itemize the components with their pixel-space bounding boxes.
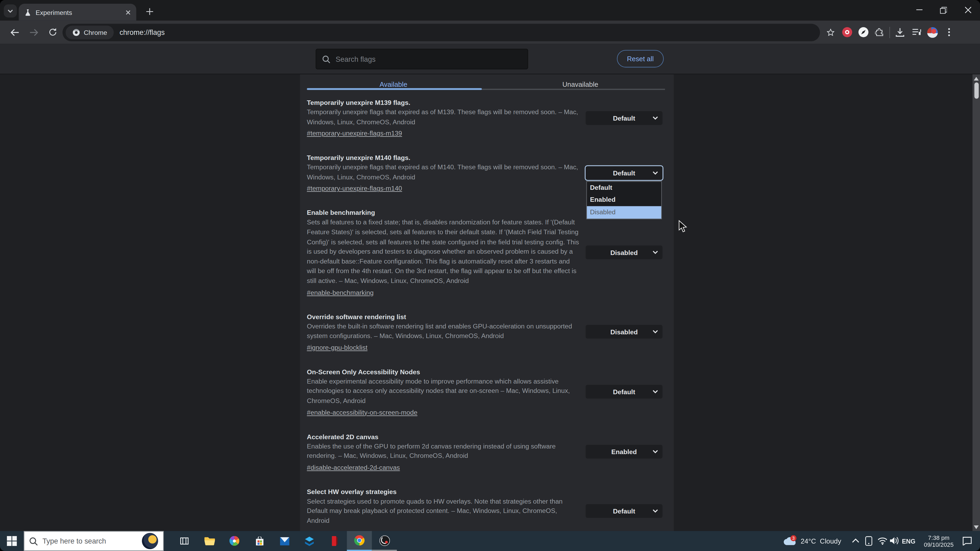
- tabs-divider: [482, 89, 665, 90]
- bookmark-star-button[interactable]: [822, 24, 839, 40]
- mail-app-icon[interactable]: [272, 531, 297, 551]
- dropdown-option-disabled[interactable]: Disabled: [587, 206, 661, 219]
- flag-permalink[interactable]: #disable-accelerated-2d-canvas: [307, 463, 400, 472]
- red-app-icon[interactable]: [322, 531, 347, 551]
- flag-row: Accelerated 2D canvas Enables the use of…: [307, 432, 669, 472]
- weather-icon[interactable]: 3: [783, 535, 799, 548]
- extensions-puzzle-icon[interactable]: [871, 24, 888, 40]
- flag-row: Override software rendering list Overrid…: [307, 312, 669, 352]
- search-flags-input[interactable]: Search flags: [316, 49, 528, 69]
- back-button[interactable]: [6, 24, 24, 41]
- tab-close-icon[interactable]: [126, 10, 131, 14]
- flag-permalink[interactable]: #temporary-unexpire-flags-m140: [307, 184, 402, 193]
- action-center-icon[interactable]: [963, 537, 972, 545]
- new-tab-button[interactable]: [143, 5, 156, 17]
- reset-all-button[interactable]: Reset all: [617, 50, 663, 68]
- select-wrap: Disabled: [585, 245, 663, 259]
- language-indicator[interactable]: ENG: [902, 531, 916, 551]
- flag-title: On-Screen Only Accessibility Nodes: [307, 367, 585, 376]
- flag-row: Select HW overlay strategies Select stra…: [307, 487, 669, 526]
- menu-kebab-icon[interactable]: [940, 24, 957, 40]
- desktop: Experiments Chrome chrome://flags: [0, 0, 980, 551]
- flag-description: Temporarily unexpire flags that expired …: [307, 163, 579, 182]
- site-chip[interactable]: Chrome: [65, 25, 114, 39]
- address-bar[interactable]: Chrome chrome://flags: [62, 24, 820, 41]
- flag-permalink[interactable]: #temporary-unexpire-flags-m139: [307, 129, 402, 138]
- chevron-down-icon: [652, 251, 658, 254]
- tray-expand-icon[interactable]: [852, 538, 859, 543]
- flag-text: On-Screen Only Accessibility Nodes Enabl…: [307, 367, 585, 417]
- defender-app-icon[interactable]: [297, 531, 322, 551]
- flag-permalink[interactable]: #ignore-gpu-blocklist: [307, 343, 367, 352]
- tab-search-button[interactable]: [4, 4, 17, 17]
- page-scrollbar[interactable]: [972, 74, 980, 531]
- microsoft-store-icon[interactable]: [247, 531, 272, 551]
- start-button[interactable]: [0, 531, 24, 551]
- dropdown-option-enabled[interactable]: Enabled: [587, 194, 661, 206]
- search-icon: [29, 537, 38, 545]
- chevron-down-icon: [652, 509, 658, 513]
- flag-value-select[interactable]: Default: [585, 111, 663, 125]
- flag-value-select[interactable]: Enabled: [585, 445, 663, 459]
- flag-value-select[interactable]: Default: [585, 166, 663, 180]
- select-value: Default: [613, 114, 635, 122]
- weather-text[interactable]: 24°C Cloudy: [800, 531, 841, 551]
- flag-description: Enable experimental accessibility mode t…: [307, 376, 579, 406]
- wifi-icon[interactable]: [877, 537, 888, 545]
- scrollbar-up-arrow[interactable]: [974, 77, 979, 81]
- chevron-down-icon: [652, 171, 658, 175]
- select-wrap: Default: [585, 385, 663, 399]
- scrollbar-down-arrow[interactable]: [974, 526, 979, 529]
- select-dropdown-menu: DefaultEnabledDisabled: [586, 181, 662, 219]
- downloads-button[interactable]: [892, 24, 908, 40]
- flag-control: Default DefaultEnabledDisabled: [585, 153, 669, 193]
- chrome-taskbar-icon[interactable]: [347, 531, 372, 551]
- select-value: Default: [613, 388, 635, 395]
- dropdown-option-default[interactable]: Default: [587, 181, 661, 194]
- browser-tab[interactable]: Experiments: [19, 4, 136, 21]
- flag-description: Overrides the built-in software renderin…: [307, 322, 579, 341]
- photos-app-icon[interactable]: [222, 531, 247, 551]
- close-window-button[interactable]: [956, 0, 980, 20]
- select-value: Disabled: [610, 328, 638, 335]
- flag-row: Enable benchmarking Sets all features to…: [307, 208, 669, 297]
- reload-button[interactable]: [44, 24, 61, 41]
- url-text: chrome://flags: [119, 29, 165, 36]
- flag-value-select[interactable]: Default: [585, 504, 663, 518]
- select-wrap: Enabled: [585, 445, 663, 459]
- window-controls: [907, 0, 980, 20]
- flag-description: Enables the use of the GPU to perform 2d…: [307, 441, 579, 461]
- select-wrap: Default: [585, 111, 663, 125]
- flag-row: Temporarily unexpire M140 flags. Tempora…: [307, 153, 669, 193]
- clock[interactable]: 7:38 pm09/10/2025: [920, 531, 958, 551]
- profile-avatar[interactable]: [924, 24, 940, 40]
- flag-text: Select HW overlay strategies Select stra…: [307, 487, 585, 526]
- task-view-button[interactable]: [172, 531, 197, 551]
- restore-button[interactable]: [931, 0, 956, 20]
- volume-icon[interactable]: [890, 537, 899, 545]
- flags-page: Search flags Reset all Available Unavail…: [0, 44, 980, 531]
- extension-compass-icon[interactable]: [855, 24, 871, 40]
- minimize-button[interactable]: [907, 0, 931, 20]
- flag-control: Enabled: [585, 432, 669, 472]
- flag-control: Default: [585, 98, 669, 138]
- forward-button[interactable]: [25, 24, 43, 41]
- search-icon: [323, 56, 330, 63]
- flag-text: Enable benchmarking Sets all features to…: [307, 208, 585, 297]
- flag-permalink[interactable]: #enable-accessibility-on-screen-mode: [307, 408, 417, 416]
- phone-link-icon[interactable]: [865, 536, 872, 546]
- flag-value-select[interactable]: Disabled: [585, 325, 663, 339]
- extension-adblock-icon[interactable]: [839, 24, 855, 40]
- flag-value-select[interactable]: Default: [585, 385, 663, 399]
- file-explorer-icon[interactable]: [197, 531, 222, 551]
- flag-permalink[interactable]: #enable-benchmarking: [307, 288, 374, 297]
- obs-app-icon[interactable]: [372, 531, 397, 551]
- flag-text: Temporarily unexpire M139 flags. Tempora…: [307, 98, 585, 138]
- search-highlights-icon[interactable]: [142, 533, 158, 549]
- media-controls-button[interactable]: [908, 24, 924, 40]
- tab-title: Experiments: [36, 8, 121, 16]
- flag-value-select[interactable]: Disabled: [585, 245, 663, 259]
- scrollbar-thumb[interactable]: [974, 83, 978, 99]
- taskbar-search-placeholder: Type here to search: [43, 537, 137, 545]
- taskbar-search-box[interactable]: Type here to search: [24, 531, 164, 551]
